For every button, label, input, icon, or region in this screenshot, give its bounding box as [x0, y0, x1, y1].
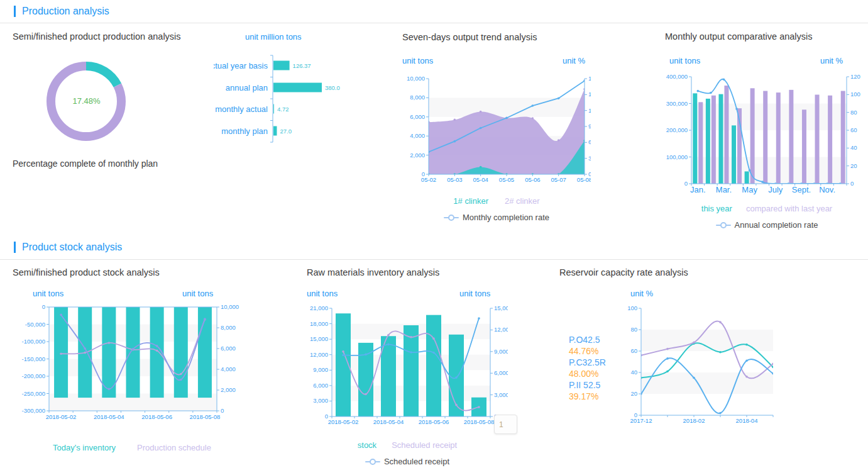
divider [0, 23, 868, 23]
unit-label-tons-left: unit tons [669, 56, 700, 65]
svg-text:2018-05-02: 2018-05-02 [46, 413, 77, 420]
svg-text:2018-05-02: 2018-05-02 [328, 418, 359, 425]
svg-text:4,000: 4,000 [221, 366, 236, 372]
legend-item-scheduled-receipt[interactable]: Scheduled receipt [392, 440, 457, 450]
unit-label-tons-left: unit tons [33, 289, 63, 298]
unit-label-tons-right: unit tons [459, 289, 490, 298]
seven-days-legend-row1: 1# clinker 2# clinker [402, 196, 591, 206]
line-marker-icon [716, 222, 731, 228]
svg-text:10,000: 10,000 [407, 75, 425, 82]
reservoir-value-pii525: 39.17% [569, 391, 606, 402]
svg-text:May: May [742, 185, 757, 194]
svg-text:126.37: 126.37 [293, 62, 311, 69]
divider [0, 259, 868, 260]
line-marker-icon [365, 459, 380, 465]
svg-text:monthly plan: monthly plan [221, 126, 268, 136]
legend-item-scheduled-receipt-line[interactable]: Scheduled receipt [365, 457, 449, 466]
svg-text:-250,000: -250,000 [21, 390, 45, 397]
svg-text:6,000: 6,000 [313, 382, 328, 389]
svg-text:2018-05-04: 2018-05-04 [373, 418, 404, 425]
svg-text:9,000: 9,000 [494, 348, 508, 355]
svg-text:0: 0 [684, 180, 688, 187]
svg-text:20: 20 [850, 162, 857, 169]
svg-text:0: 0 [850, 180, 854, 187]
svg-text:8,000: 8,000 [221, 324, 236, 331]
svg-text:12: 12 [588, 107, 591, 114]
svg-text:12,000: 12,000 [494, 326, 508, 333]
svg-text:8,000: 8,000 [410, 94, 425, 101]
svg-text:6,000: 6,000 [221, 345, 236, 352]
svg-text:0: 0 [42, 303, 45, 310]
seven-days-chart-canvas[interactable]: 10,0008,0006,0004,0002,0000181512963005-… [402, 68, 591, 189]
svg-text:40: 40 [850, 144, 857, 151]
legend-item-this-year[interactable]: this year [701, 204, 732, 213]
legend-item-monthly-completion-rate[interactable]: Monthly completion rate [444, 213, 549, 222]
svg-text:05-04: 05-04 [473, 176, 488, 183]
svg-text:actual year basis: actual year basis [214, 61, 268, 70]
svg-text:3,000: 3,000 [494, 391, 508, 398]
reservoir-value-pc325r: 48.00% [569, 368, 606, 379]
legend-item-2-clinker[interactable]: 2# clinker [505, 196, 540, 206]
raw-materials-chart-canvas[interactable]: 21,00018,00015,00012,0009,0006,0003,0000… [307, 299, 508, 438]
donut-caption: Percentage complete of monthly plan [13, 159, 158, 169]
svg-text:15,000: 15,000 [494, 305, 508, 311]
dashboard: Production analysis Semi/finished produc… [0, 0, 868, 475]
stock-legend-row: Today's inventory Production schedule [13, 443, 251, 452]
legend-item-annual-completion-rate[interactable]: Annual completion rate [716, 220, 818, 230]
svg-text:9: 9 [588, 123, 591, 130]
hbar-chart-canvas[interactable]: actual year basis126.37annual plan380.0m… [214, 54, 390, 150]
svg-text:6,000: 6,000 [410, 113, 425, 120]
panel-title-production-analysis: Semi/finished product production analysi… [13, 31, 181, 42]
legend-item-todays-inventory[interactable]: Today's inventory [53, 443, 116, 452]
unit-label-tons-right: unit tons [182, 289, 213, 298]
svg-text:July: July [768, 185, 783, 194]
reservoir-label-pc325r: P.C32.5R [569, 357, 606, 368]
svg-text:Mar.: Mar. [716, 185, 732, 194]
reservoir-label-pii525: P.II 52.5 [569, 379, 606, 391]
svg-text:-50,000: -50,000 [25, 321, 45, 328]
reservoir-label-po425: P.O42.5 [569, 334, 606, 345]
svg-text:380.0: 380.0 [325, 84, 340, 91]
svg-text:200,000: 200,000 [666, 126, 688, 133]
panel-title-raw-materials: Raw materials inventory analysis [307, 267, 439, 277]
svg-text:120: 120 [850, 73, 860, 80]
panel-title-seven-days: Seven-days output trend analysis [402, 32, 537, 42]
svg-text:18: 18 [588, 75, 591, 82]
donut-center-label: 17.48% [41, 96, 132, 106]
svg-text:2,000: 2,000 [410, 152, 425, 159]
monthly-output-chart-canvas[interactable]: 400,000300,000200,000100,000012010080604… [666, 68, 867, 195]
svg-text:15: 15 [588, 91, 591, 98]
section-header-product-stock: Product stock analysis [14, 242, 122, 253]
legend-item-last-year[interactable]: compared with last year [746, 204, 832, 213]
panel-title-stock-analysis: Semi/finished product stock analysis [13, 267, 160, 277]
legend-item-1-clinker[interactable]: 1# clinker [453, 196, 488, 206]
panel-title-monthly-output: Monthly output comparative analysis [665, 31, 813, 42]
svg-text:2018-02: 2018-02 [683, 417, 705, 424]
svg-text:3,000: 3,000 [313, 397, 328, 404]
raw-legend-row2: Scheduled receipt [307, 457, 508, 466]
svg-text:05-02: 05-02 [421, 176, 436, 183]
svg-text:monthly actual: monthly actual [215, 104, 268, 114]
svg-text:2018-04: 2018-04 [736, 417, 758, 424]
svg-text:6: 6 [588, 138, 591, 145]
unit-label-percent: unit % [630, 289, 653, 298]
svg-text:4.72: 4.72 [277, 106, 289, 113]
svg-text:-150,000: -150,000 [21, 355, 45, 362]
svg-text:4,000: 4,000 [410, 132, 425, 139]
section-accent-bar [14, 242, 16, 253]
svg-text:80: 80 [630, 326, 637, 333]
seven-days-legend-row2: Monthly completion rate [402, 213, 591, 222]
svg-text:2018-05-08: 2018-05-08 [190, 413, 221, 420]
line-marker-icon [444, 215, 459, 221]
svg-text:-100,000: -100,000 [21, 338, 45, 345]
legend-item-production-schedule[interactable]: Production schedule [137, 443, 211, 452]
stock-chart-canvas[interactable]: 0-50,000-100,000-150,000-200,000-250,000… [13, 299, 264, 435]
svg-text:10,000: 10,000 [221, 303, 239, 310]
svg-text:300,000: 300,000 [666, 100, 688, 107]
monthly-legend-row1: this year compared with last year [666, 204, 867, 213]
svg-text:100,000: 100,000 [666, 154, 688, 160]
legend-item-stock[interactable]: stock [358, 440, 376, 450]
svg-text:05-05: 05-05 [499, 176, 514, 183]
section-header-production: Production analysis [14, 6, 109, 17]
svg-text:40: 40 [630, 369, 637, 376]
